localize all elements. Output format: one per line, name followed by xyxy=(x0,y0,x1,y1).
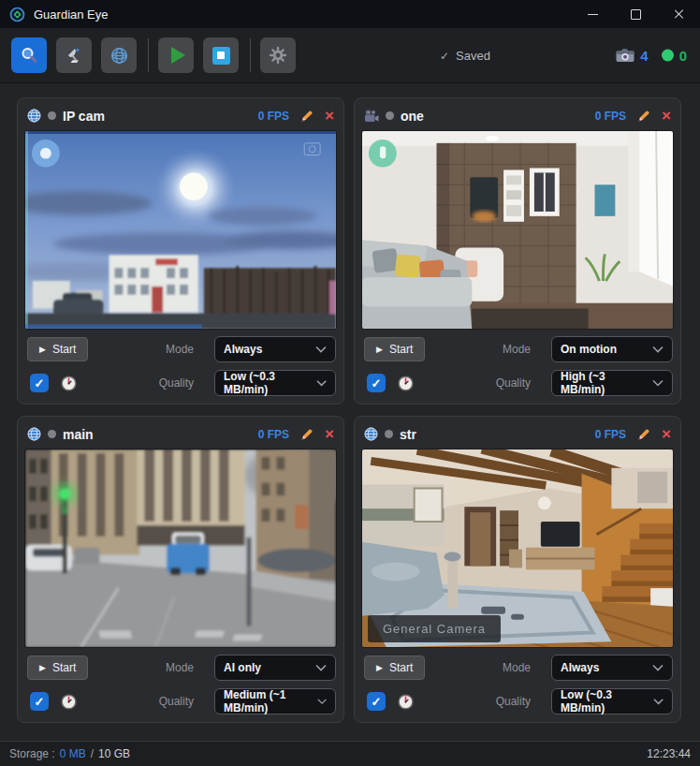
start-label: Start xyxy=(52,661,76,674)
panel-controls: ▶ Start Mode On motion ✓ Quality High (~… xyxy=(362,336,673,396)
camera-type-globe-icon xyxy=(364,427,378,441)
close-button[interactable] xyxy=(657,0,700,28)
camera-status-dot xyxy=(385,430,393,438)
fps-indicator: 0 FPS xyxy=(258,110,289,123)
toolbar-separator xyxy=(148,38,149,72)
edit-camera-button[interactable] xyxy=(637,428,650,441)
camera-preview-one xyxy=(362,131,673,329)
statusbar: Storage : 0 MB / 10 GB 12:23:44 xyxy=(0,741,700,766)
camera-name: one xyxy=(401,109,424,124)
quality-label: Quality xyxy=(159,695,194,708)
start-recording-button[interactable]: ▶ Start xyxy=(364,337,425,361)
mode-value: Always xyxy=(224,343,262,356)
storage-separator: / xyxy=(91,747,94,760)
quality-value: High (~3 MB/min) xyxy=(561,370,652,396)
start-recording-button[interactable]: ▶ Start xyxy=(364,656,425,680)
quality-select[interactable]: Low (~0.3 MB/min) xyxy=(214,370,336,396)
start-recording-button[interactable]: ▶ Start xyxy=(27,337,88,361)
panel-header: IP cam 0 FPS × xyxy=(27,106,334,126)
mode-select[interactable]: AI only xyxy=(214,655,336,681)
record-options: ✓ xyxy=(30,374,88,392)
schedule-clock-icon[interactable] xyxy=(398,694,414,710)
minimize-button[interactable] xyxy=(571,0,614,28)
satellite-icon xyxy=(65,46,83,65)
camera-watermark: General Camera xyxy=(368,615,501,642)
chevron-down-icon xyxy=(652,664,664,671)
titlebar: Guardian Eye xyxy=(0,0,700,28)
start-label: Start xyxy=(389,343,413,356)
start-label: Start xyxy=(389,661,413,674)
panel-header: one 0 FPS × xyxy=(364,106,671,126)
mode-select[interactable]: Always xyxy=(214,336,336,362)
camera-panel-main: main 0 FPS × xyxy=(17,416,344,723)
search-icon xyxy=(20,46,38,65)
mode-label: Mode xyxy=(166,343,194,356)
app-logo-icon xyxy=(9,7,25,22)
edit-camera-button[interactable] xyxy=(300,110,314,123)
panel-header: str 0 FPS × xyxy=(364,424,671,445)
chevron-down-icon xyxy=(653,698,664,705)
quality-select[interactable]: Low (~0.3 MB/min) xyxy=(551,688,673,714)
mode-select[interactable]: Always xyxy=(551,655,673,681)
quality-select[interactable]: Medium (~1 MB/min) xyxy=(214,688,336,714)
schedule-clock-icon[interactable] xyxy=(61,694,77,710)
fps-indicator: 0 FPS xyxy=(258,428,289,441)
settings-button[interactable] xyxy=(260,37,296,73)
mode-select[interactable]: On motion xyxy=(551,336,673,362)
camera-type-globe-icon xyxy=(27,427,41,441)
add-web-camera-button[interactable] xyxy=(101,37,137,73)
record-enabled-checkbox[interactable]: ✓ xyxy=(367,692,386,711)
start-all-button[interactable] xyxy=(158,37,194,73)
schedule-clock-icon[interactable] xyxy=(61,376,77,391)
maximize-button[interactable] xyxy=(614,0,657,28)
remove-camera-button[interactable]: × xyxy=(325,428,334,441)
schedule-clock-icon[interactable] xyxy=(398,376,414,391)
remove-camera-button[interactable]: × xyxy=(325,110,334,123)
start-recording-button[interactable]: ▶ Start xyxy=(27,656,88,680)
window-title: Guardian Eye xyxy=(34,7,109,22)
camera-preview-main xyxy=(25,449,336,647)
play-icon: ▶ xyxy=(376,346,383,354)
camera-name: str xyxy=(400,427,416,442)
check-icon: ✓ xyxy=(440,49,449,62)
chevron-down-icon xyxy=(652,379,664,387)
edit-camera-button[interactable] xyxy=(637,110,650,123)
remove-camera-button[interactable]: × xyxy=(662,110,671,123)
play-icon: ▶ xyxy=(376,664,383,672)
quality-value: Medium (~1 MB/min) xyxy=(224,688,317,714)
edit-camera-button[interactable] xyxy=(300,428,314,441)
panel-header: main 0 FPS × xyxy=(27,424,334,445)
panel-controls: ▶ Start Mode Always ✓ Quality Low (~0.3 … xyxy=(25,336,336,396)
search-cameras-button[interactable] xyxy=(11,37,47,73)
record-enabled-checkbox[interactable]: ✓ xyxy=(367,374,386,392)
camera-preview-str: General Camera xyxy=(362,449,673,647)
storage-used-link[interactable]: 0 MB xyxy=(60,747,86,760)
quality-label: Quality xyxy=(496,695,531,708)
play-icon: ▶ xyxy=(39,346,46,354)
camera-status-dot xyxy=(48,111,56,120)
camera-panel-ipcam: IP cam 0 FPS × xyxy=(17,97,344,405)
quality-value: Low (~0.3 MB/min) xyxy=(561,688,653,714)
remove-camera-button[interactable]: × xyxy=(662,428,671,441)
record-enabled-checkbox[interactable]: ✓ xyxy=(30,692,49,711)
clock-time: 12:23:44 xyxy=(647,747,691,760)
camera-status-dot xyxy=(48,430,56,438)
quality-select[interactable]: High (~3 MB/min) xyxy=(551,370,673,396)
record-enabled-checkbox[interactable]: ✓ xyxy=(30,374,49,392)
toolbar-separator xyxy=(250,38,251,72)
quality-value: Low (~0.3 MB/min) xyxy=(224,370,316,396)
camera-status-dot xyxy=(386,111,394,120)
fps-indicator: 0 FPS xyxy=(595,110,626,123)
mode-value: On motion xyxy=(561,343,617,356)
record-options: ✓ xyxy=(30,692,88,711)
camera-type-globe-icon xyxy=(27,109,41,123)
minimize-icon xyxy=(588,14,598,15)
stop-all-button[interactable] xyxy=(203,37,239,73)
add-network-camera-button[interactable] xyxy=(56,37,92,73)
close-icon xyxy=(673,8,684,20)
quality-label: Quality xyxy=(496,376,531,390)
start-label: Start xyxy=(52,343,76,356)
record-options: ✓ xyxy=(367,374,425,392)
mode-value: Always xyxy=(561,661,599,674)
mode-label: Mode xyxy=(503,661,531,674)
